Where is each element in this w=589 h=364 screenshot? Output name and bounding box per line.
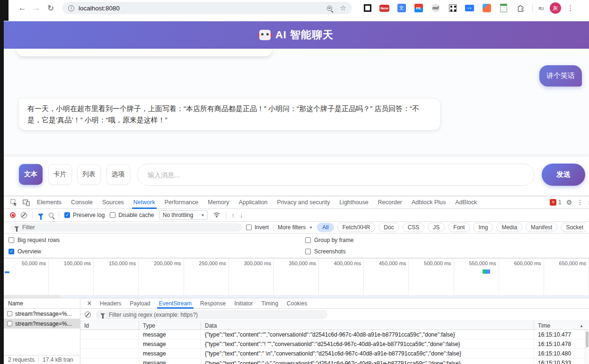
toolbar-divider — [273, 224, 273, 231]
back-icon[interactable]: ← — [15, 3, 29, 13]
import-har-icon[interactable]: ↑ — [231, 212, 235, 219]
request-name-column-header[interactable]: Name — [4, 298, 80, 309]
devtools-tab[interactable]: Network — [129, 196, 160, 209]
eventstream-row[interactable]: message {"type":"text","content":" \n","… — [80, 349, 589, 358]
details-tab[interactable]: EventStream — [155, 298, 196, 309]
address-bar[interactable]: i localhost:8080 ☆ — [62, 2, 352, 14]
video-ext-icon[interactable]: ≡≡ — [465, 3, 475, 13]
profile-avatar[interactable]: 灰 — [550, 2, 561, 14]
column-header-time[interactable]: Time▲ — [534, 321, 589, 329]
column-header-id[interactable]: Id — [80, 321, 139, 329]
filter-toggle-icon[interactable] — [38, 214, 44, 217]
request-type-pill[interactable]: Doc — [378, 223, 399, 232]
device-toolbar-icon[interactable] — [20, 199, 32, 206]
devtools-tab[interactable]: Console — [66, 196, 97, 209]
more-filters-button[interactable]: More filters▼ — [278, 224, 313, 231]
devtools-settings-icon[interactable]: ⚙ — [566, 199, 572, 206]
devtools-tab[interactable]: Recorder — [373, 196, 407, 209]
translate-icon[interactable]: 文 — [396, 3, 406, 13]
devtools-tab[interactable]: Performance — [160, 196, 203, 209]
request-type-pill[interactable]: JS — [428, 223, 445, 232]
details-tab[interactable]: Initiator — [230, 298, 257, 309]
request-type-pill[interactable]: Media — [496, 223, 522, 232]
devtools-menu-icon[interactable]: ⋮ — [577, 199, 583, 206]
devtools-tab[interactable]: Memory — [203, 196, 234, 209]
network-overview-timeline[interactable]: 50,000 ms100,000 ms150,000 ms200,000 ms2… — [4, 258, 589, 298]
details-tab[interactable]: Cookies — [282, 298, 311, 309]
export-har-icon[interactable]: ↓ — [240, 212, 243, 219]
reload-icon[interactable]: ↻ — [44, 3, 58, 13]
request-row[interactable]: stream?message=%... — [4, 319, 80, 329]
request-type-pill[interactable]: Font — [448, 223, 470, 232]
message-input[interactable] — [137, 164, 535, 186]
request-checkbox-icon[interactable] — [7, 321, 12, 326]
preserve-log-checkbox[interactable]: Preserve log — [64, 212, 105, 218]
error-count[interactable]: 1 — [558, 199, 562, 206]
url-text[interactable]: localhost:8080 — [79, 5, 323, 12]
site-info-icon[interactable]: i — [68, 5, 74, 11]
send-button[interactable]: 发送 — [542, 164, 585, 186]
request-type-pill[interactable]: Manifest — [526, 223, 557, 232]
qr-code-icon[interactable] — [448, 3, 457, 13]
column-header-data[interactable]: Data — [201, 321, 534, 329]
zoom-out-icon[interactable] — [327, 6, 332, 11]
group-by-frame-checkbox[interactable]: Group by frame — [305, 237, 353, 243]
inspect-element-icon[interactable] — [8, 199, 20, 206]
search-network-icon[interactable] — [49, 213, 53, 217]
quick-button[interactable]: 文本 — [19, 164, 43, 185]
network-conditions-icon[interactable] — [213, 211, 220, 219]
column-header-type[interactable]: Type — [139, 321, 201, 329]
details-tab[interactable]: Payload — [125, 298, 154, 309]
devtools-tab[interactable]: Sources — [97, 196, 129, 209]
details-tab[interactable]: Timing — [257, 298, 283, 309]
eventstream-row[interactable]: message {"type":"text","content":"! "","… — [80, 339, 589, 349]
eventstream-row[interactable]: message {"type":"text","content":"小","co… — [80, 358, 589, 364]
scrollbar-thumb[interactable] — [586, 331, 589, 347]
close-details-icon[interactable]: ✕ — [84, 300, 95, 307]
request-type-pill[interactable]: Img — [473, 223, 493, 232]
quick-button[interactable]: 列表 — [77, 164, 101, 185]
forward-icon[interactable]: → — [29, 3, 44, 13]
big-request-rows-checkbox[interactable]: Big request rows — [9, 237, 60, 243]
clear-events-icon[interactable] — [85, 312, 91, 318]
devtools-tab[interactable]: AdBlock — [450, 196, 482, 209]
clear-network-log-icon[interactable] — [21, 212, 27, 218]
screenshot-frame-icon[interactable] — [362, 3, 372, 13]
devtools-tab[interactable]: Elements — [32, 196, 66, 209]
screenshots-checkbox[interactable]: Screenshots — [305, 248, 346, 255]
eventstream-row[interactable]: message {"type":"text","content":"","con… — [80, 330, 589, 339]
palette-ext-icon[interactable] — [482, 3, 492, 13]
request-type-pill[interactable]: Socket — [561, 223, 586, 232]
details-scrollbar[interactable] — [585, 330, 589, 364]
record-network-log-icon[interactable] — [10, 212, 16, 218]
filter-input[interactable]: Filter — [10, 223, 242, 232]
quick-button[interactable]: 卡片 — [48, 164, 72, 185]
devtools-tab[interactable]: Adblock Plus — [407, 196, 450, 209]
request-row[interactable]: stream?message=%... — [4, 309, 80, 319]
markdown-icon[interactable]: md — [431, 3, 440, 13]
details-tab[interactable]: Headers — [96, 298, 125, 309]
request-type-pill[interactable]: Fetch/XHR — [337, 223, 376, 232]
devtools-tab[interactable]: Privacy and security — [273, 196, 335, 209]
sheet-ext-icon[interactable] — [499, 3, 509, 13]
seo-new-badge-icon[interactable]: New — [379, 3, 389, 13]
devtools-tab[interactable]: Application — [234, 196, 272, 209]
request-type-pill[interactable]: CSS — [403, 223, 425, 232]
request-type-pill[interactable]: All — [317, 223, 334, 232]
extensions-puzzle-icon[interactable] — [516, 3, 526, 13]
overview-selection-handle[interactable] — [5, 271, 9, 273]
disable-cache-checkbox[interactable]: Disable cache — [110, 212, 154, 218]
fe-helper-icon[interactable]: FE — [413, 3, 423, 13]
devtools-tab[interactable]: Lighthouse — [334, 196, 373, 209]
bookmark-star-icon[interactable]: ☆ — [340, 4, 346, 12]
request-checkbox-icon[interactable] — [7, 311, 12, 316]
quick-button[interactable]: 选项 — [106, 164, 130, 185]
error-badge-icon[interactable]: × — [550, 199, 556, 206]
details-tab[interactable]: Response — [196, 298, 230, 309]
side-panel-icon[interactable]: ≡♪ — [538, 5, 544, 12]
overview-checkbox[interactable]: Overview — [9, 248, 41, 255]
throttling-select[interactable]: No throttling▼ — [159, 210, 208, 220]
invert-checkbox[interactable]: Invert — [246, 224, 269, 231]
browser-menu-icon[interactable]: ⋮ — [567, 4, 574, 12]
regex-filter-input[interactable]: Filter using regex (example: https?) — [96, 310, 327, 319]
